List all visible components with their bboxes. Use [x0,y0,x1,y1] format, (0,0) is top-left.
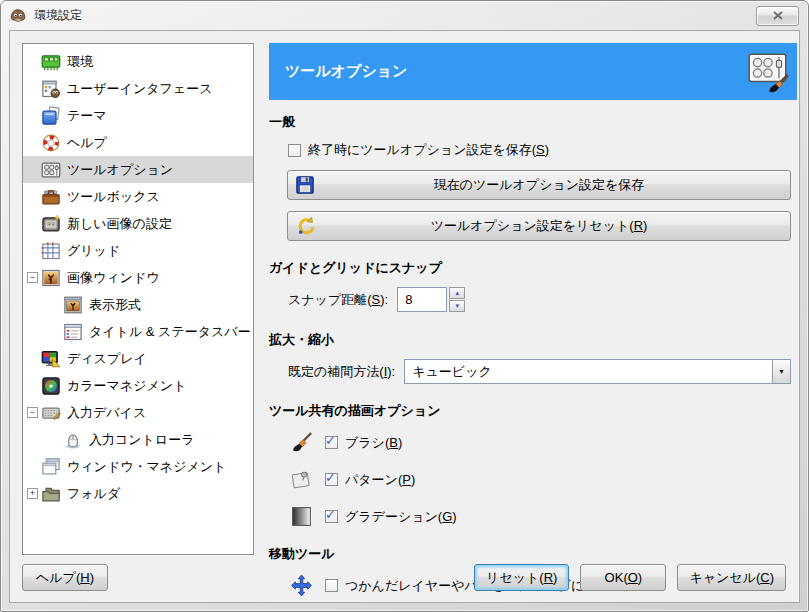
pattern-icon [290,468,313,491]
preferences-dialog: 環境設定 環境 ユーザーインタフェース [0,0,809,612]
close-button[interactable] [756,6,799,26]
user-interface-icon [41,79,61,99]
gradient-icon [290,505,313,528]
help-button[interactable]: ヘルプ(H) [22,564,108,591]
sidebar-item[interactable]: 入力コントローラ [23,426,253,453]
page-header: ツールオプション [269,43,797,100]
sidebar-item-label: タイトル & ステータスバー [89,323,251,341]
toolbox-icon [41,187,61,207]
tool-options-large-icon [745,49,791,95]
title-statusbar-icon [63,322,83,342]
sidebar-item[interactable]: タイトル & ステータスバー [23,318,253,345]
sidebar-item-label: 画像ウィンドウ [67,269,160,287]
brush-icon [290,431,313,454]
sidebar-item-label: ウィンドウ・マネジメント [67,458,226,476]
ok-button[interactable]: OK(O) [580,564,666,591]
sidebar-item[interactable]: ツールオプション [23,156,253,183]
cancel-button[interactable]: キャンセル(C) [677,564,786,591]
paint-option-label: ブラシ(B) [345,434,402,452]
section-heading-move-tool: 移動ツール [269,545,797,563]
display-icon [41,349,61,369]
color-management-icon [41,376,61,396]
sidebar-item-label: ツールボックス [67,188,160,206]
paint-option-checkbox[interactable] [325,473,338,486]
sidebar-item[interactable]: カラーマネジメント [23,372,253,399]
sidebar-item-label: フォルダ [67,485,120,503]
sidebar-item[interactable]: ディスプレイ [23,345,253,372]
window-title: 環境設定 [34,7,82,24]
paint-option-row: グラデーション(G) [290,502,797,531]
sidebar-item[interactable]: フォルダ [23,480,253,507]
sidebar-item[interactable]: 環境 [23,48,253,75]
tree-expander-icon[interactable] [27,407,38,418]
sidebar-item-label: 新しい画像の設定 [67,215,172,233]
reset-button[interactable]: リセット(R) [474,564,569,591]
paint-option-row: パターン(P) [290,465,797,494]
page-title: ツールオプション [269,62,407,81]
paint-option-checkbox[interactable] [325,510,338,523]
combo-dropdown-button[interactable]: ▼ [772,360,790,383]
sidebar-item-label: ユーザーインタフェース [67,80,212,98]
sidebar-item[interactable]: ヘルプ [23,129,253,156]
sidebar-item-label: 環境 [67,53,93,71]
paint-options-list: ブラシ(B) パターン(P) グラデーション(G) [269,428,797,531]
sidebar-item-label: 入力デバイス [67,404,146,422]
dialog-action-buttons: リセット(R) OK(O) キャンセル(C) [474,564,786,591]
theme-icon [41,106,61,126]
sidebar-item[interactable]: 表示形式 [23,291,253,318]
reset-tool-options-label: ツールオプション設定をリセット(R) [288,217,790,235]
sidebar-item-label: ディスプレイ [67,350,147,368]
paint-option-label: グラデーション(G) [345,508,457,526]
sidebar-item-label: 表示形式 [89,296,141,314]
save-on-exit-row: 終了時にツールオプション設定を保存(S) [288,141,797,159]
save-on-exit-checkbox[interactable] [288,144,301,157]
revert-icon [295,216,315,236]
floppy-icon [295,175,315,195]
section-heading-scaling: 拡大・縮小 [269,331,797,349]
snap-distance-spinner: 8 ▲ ▼ [397,287,465,312]
snap-distance-label: スナップ距離(S): [288,291,388,309]
section-heading-snap: ガイドとグリッドにスナップ [269,259,797,277]
image-window-icon [41,268,61,288]
save-tool-options-button[interactable]: 現在のツールオプション設定を保存 [287,170,791,200]
section-heading-paint-options: ツール共有の描画オプション [269,402,797,420]
sidebar-item[interactable]: グリッド [23,237,253,264]
sidebar-item[interactable]: 新しい画像の設定 [23,210,253,237]
tool-options-icon [41,160,61,180]
titlebar[interactable]: 環境設定 [1,1,808,30]
save-tool-options-label: 現在のツールオプション設定を保存 [288,176,790,194]
window-management-icon [41,457,61,477]
sidebar-item[interactable]: 画像ウィンドウ [23,264,253,291]
close-icon [773,11,783,20]
sidebar-item[interactable]: 入力デバイス [23,399,253,426]
interpolation-value: キュービック [405,360,772,383]
display-appearance-icon [63,295,83,315]
sidebar-item[interactable]: ユーザーインタフェース [23,75,253,102]
preferences-category-tree: 環境 ユーザーインタフェース テーマ ヘルプ [22,43,254,555]
spin-up-button[interactable]: ▲ [449,287,465,299]
interpolation-row: 既定の補間方法(I): キュービック ▼ [288,359,791,384]
reset-tool-options-button[interactable]: ツールオプション設定をリセット(R) [287,211,791,241]
new-image-icon [41,214,61,234]
tree-expander-icon[interactable] [27,272,38,283]
memory-icon [41,52,61,72]
interpolation-combobox[interactable]: キュービック ▼ [404,359,791,384]
sidebar-item[interactable]: テーマ [23,102,253,129]
sidebar-item-label: ヘルプ [67,134,107,152]
move-tool-checkbox[interactable] [325,579,338,592]
save-on-exit-label: 終了時にツールオプション設定を保存(S) [308,141,549,159]
sidebar-item-label: カラーマネジメント [67,377,186,395]
help-icon [41,133,61,153]
input-controllers-icon [63,430,83,450]
snap-distance-input[interactable]: 8 [397,287,447,312]
sidebar-item[interactable]: ウィンドウ・マネジメント [23,453,253,480]
wilber-icon [9,7,27,25]
paint-option-checkbox[interactable] [325,436,338,449]
tree-expander-icon[interactable] [27,488,38,499]
move-icon [290,574,313,597]
snap-distance-row: スナップ距離(S): 8 ▲ ▼ [288,287,791,312]
interpolation-label: 既定の補間方法(I): [288,363,395,381]
settings-panel: ツールオプション 一般 終了時にツールオプション設定を保存(S) 現在のツールオ… [269,43,797,600]
spin-down-button[interactable]: ▼ [449,300,465,312]
sidebar-item[interactable]: ツールボックス [23,183,253,210]
